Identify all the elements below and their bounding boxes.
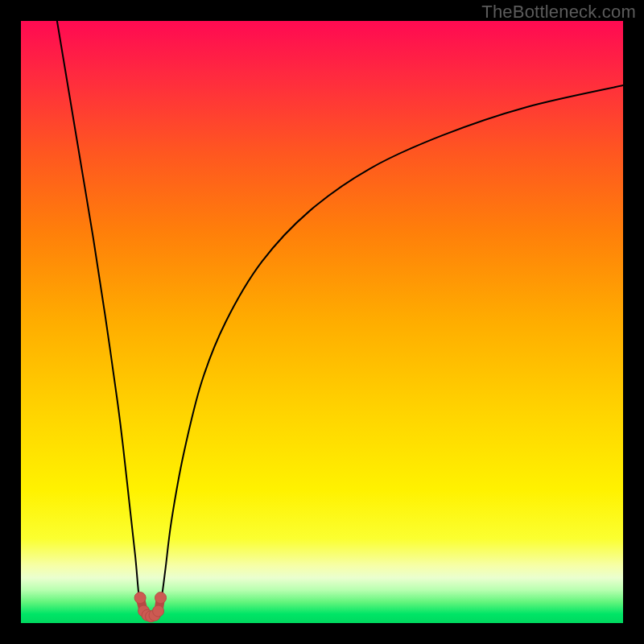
gradient-background bbox=[21, 21, 623, 623]
chart-plot-area bbox=[21, 21, 623, 623]
chart-frame: TheBottleneck.com bbox=[0, 0, 644, 644]
valley-marker-dot bbox=[155, 592, 167, 604]
watermark-label: TheBottleneck.com bbox=[481, 2, 636, 23]
chart-svg bbox=[21, 21, 623, 623]
valley-marker-dot bbox=[134, 592, 146, 604]
valley-marker-dot bbox=[153, 605, 164, 617]
